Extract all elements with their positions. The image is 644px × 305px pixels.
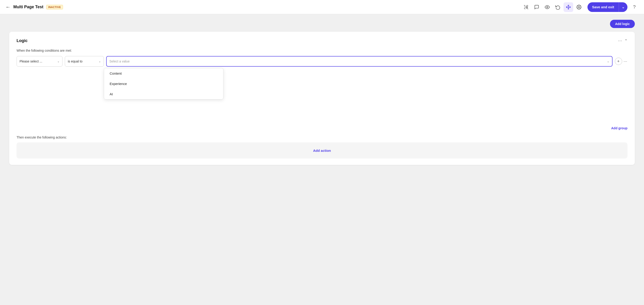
is-equal-to-dropdown[interactable]: is equal to ⌄ [65,56,104,67]
save-exit-chevron-icon[interactable]: ⌄ [619,2,628,12]
logic-card-header: Logic ⋯ ⌃ [16,38,628,43]
header-icons [521,2,584,12]
please-select-chevron-icon: ⌄ [57,60,60,63]
conditions-label: When the following conditions are met: [16,49,628,52]
actions-label: Then execute the following actions: [16,135,628,139]
dropdown-option-ai[interactable]: AI [104,89,223,99]
is-equal-to-chevron-icon: ⌄ [98,60,101,63]
wand-icon-button[interactable] [521,2,531,12]
chat-icon-button[interactable] [532,2,542,12]
gear-icon-button[interactable] [574,2,584,12]
inactive-badge: INACTIVE [46,5,63,9]
add-group-button[interactable]: Add group [611,126,628,130]
add-condition-button[interactable]: + [615,58,622,65]
header-left: ← Multi Page Test INACTIVE [6,4,518,10]
select-value-placeholder: Select a value [110,59,130,63]
history-icon-button[interactable] [553,2,563,12]
select-value-dropdown[interactable]: Select a value ⌄ [106,56,612,67]
please-select-dropdown[interactable]: Please select ... ⌄ [16,56,62,67]
add-group-row: Add group [16,126,628,130]
add-logic-button[interactable]: Add logic [610,20,635,28]
dropdown-option-experience[interactable]: Experience [104,78,223,89]
eye-icon-button[interactable] [542,2,552,12]
back-button[interactable]: ← [6,4,10,10]
page-title: Multi Page Test [13,4,44,9]
logic-header-actions: ⋯ ⌃ [618,38,628,43]
logic-card-title: Logic [16,38,28,43]
please-select-label: Please select ... [20,59,42,63]
logic-card: Logic ⋯ ⌃ When the following conditions … [9,32,635,165]
svg-point-1 [546,6,548,8]
header-right: Save and exit ⌄ ? [588,2,638,12]
dropdown-option-content[interactable]: Content [104,68,223,78]
save-exit-button[interactable]: Save and exit ⌄ [588,2,628,12]
condition-extra-buttons: + ⋯ [615,56,628,67]
help-button[interactable]: ? [630,3,638,11]
is-equal-to-label: is equal to [68,59,82,63]
svg-point-4 [578,6,580,8]
main-content: Add logic Logic ⋯ ⌃ When the following c… [0,14,644,170]
add-action-area: Add action [16,142,628,158]
condition-options-button[interactable]: ⋯ [624,59,628,64]
save-exit-label: Save and exit [588,2,619,12]
value-dropdown-popup: Content Experience AI [104,68,224,99]
condition-row: Please select ... ⌄ is equal to ⌄ Select… [16,56,628,67]
header: ← Multi Page Test INACTIVE [0,0,644,14]
add-action-button[interactable]: Add action [313,149,331,152]
add-logic-row: Add logic [9,20,635,28]
select-value-chevron-icon: ⌄ [607,60,609,63]
logic-collapse-button[interactable]: ⌃ [624,38,628,43]
logic-options-button[interactable]: ⋯ [618,38,623,43]
move-icon-button[interactable] [564,2,573,12]
